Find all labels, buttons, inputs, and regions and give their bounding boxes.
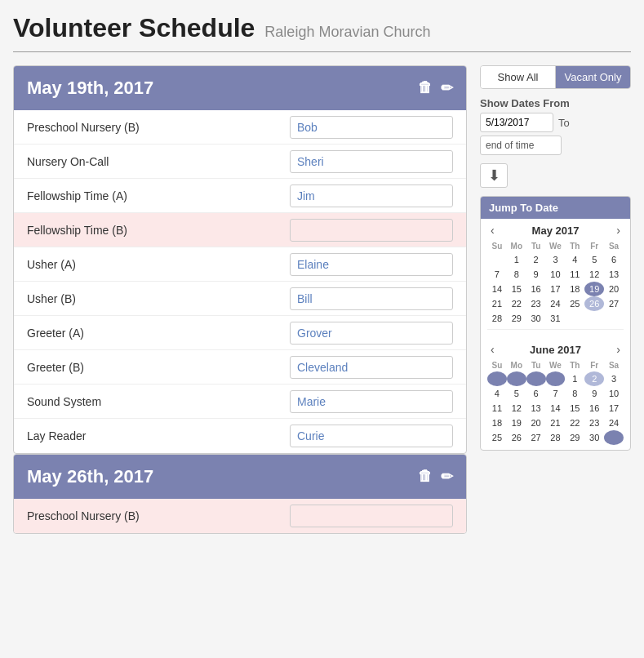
cal-day-0-24[interactable]: 24 bbox=[546, 296, 566, 311]
cal-day-0-25[interactable]: 25 bbox=[565, 296, 584, 311]
cal-day-0-14[interactable]: 14 bbox=[487, 282, 507, 296]
cal-day-1-26[interactable]: 26 bbox=[507, 430, 526, 445]
cal-day-1-3[interactable]: 3 bbox=[604, 371, 624, 386]
row-input-0-9[interactable] bbox=[290, 425, 453, 447]
cal-day-1-7[interactable]: 7 bbox=[546, 386, 566, 401]
cal-day-0-18[interactable]: 18 bbox=[565, 282, 584, 296]
cal-day-0-5[interactable]: 5 bbox=[584, 252, 604, 267]
cal-day-header: Th bbox=[565, 359, 584, 371]
cal-day-1-14[interactable]: 14 bbox=[546, 401, 566, 416]
cal-day-1-11[interactable]: 11 bbox=[487, 401, 507, 416]
cal-day-1-10[interactable]: 10 bbox=[604, 386, 624, 401]
cal-day-0-22[interactable]: 22 bbox=[507, 296, 526, 311]
row-label-0-6: Greeter (A) bbox=[27, 327, 290, 340]
delete-icon-1[interactable]: 🗑 bbox=[418, 468, 433, 486]
row-label-0-0: Preschool Nursery (B) bbox=[27, 121, 290, 134]
delete-icon-0[interactable]: 🗑 bbox=[418, 79, 433, 97]
cal-day-0-6[interactable]: 6 bbox=[604, 252, 624, 267]
row-input-0-2[interactable] bbox=[290, 185, 453, 207]
cal-day-0-9[interactable]: 9 bbox=[526, 267, 546, 282]
cal-day-0-11[interactable]: 11 bbox=[565, 267, 584, 282]
row-input-0-3[interactable] bbox=[290, 219, 453, 242]
cal-day-1-19[interactable]: 19 bbox=[507, 416, 526, 430]
cal-day-0-4[interactable]: 4 bbox=[565, 252, 584, 267]
cal-prev-0[interactable]: ‹ bbox=[487, 224, 498, 237]
cal-day-0-3[interactable]: 3 bbox=[546, 252, 566, 267]
cal-day-0-12[interactable]: 12 bbox=[584, 267, 604, 282]
cal-day-0-23[interactable]: 23 bbox=[526, 296, 546, 311]
cal-day-1-24[interactable]: 24 bbox=[604, 416, 624, 430]
row-input-1-0[interactable] bbox=[290, 505, 453, 527]
cal-day-1-23[interactable]: 23 bbox=[584, 416, 604, 430]
edit-icon-0[interactable]: ✏ bbox=[441, 79, 453, 97]
cal-day-0-30[interactable]: 30 bbox=[526, 311, 546, 326]
schedule-row-0-4: Usher (A) bbox=[14, 247, 466, 282]
cal-day-0-21[interactable]: 21 bbox=[487, 296, 507, 311]
cal-day-0-7[interactable]: 7 bbox=[487, 267, 507, 282]
cal-day-1-6[interactable]: 6 bbox=[526, 386, 546, 401]
row-input-0-5[interactable] bbox=[290, 287, 453, 310]
date-end-input[interactable] bbox=[480, 136, 562, 155]
cal-day-1-30[interactable]: 30 bbox=[584, 430, 604, 445]
cal-day-0-29[interactable]: 29 bbox=[507, 311, 526, 326]
row-input-0-7[interactable] bbox=[290, 356, 453, 379]
cal-day-1-13[interactable]: 13 bbox=[526, 401, 546, 416]
cal-day-header: Tu bbox=[526, 240, 546, 252]
cal-day-1-21[interactable]: 21 bbox=[546, 416, 566, 430]
cal-day-0-19[interactable]: 19 bbox=[584, 282, 604, 296]
cal-day-1-1[interactable]: 1 bbox=[565, 371, 584, 386]
row-input-0-1[interactable] bbox=[290, 150, 453, 173]
cal-day-0-8[interactable]: 8 bbox=[507, 267, 526, 282]
vacant-only-button[interactable]: Vacant Only bbox=[556, 66, 630, 88]
schedule-row-0-6: Greeter (A) bbox=[14, 316, 466, 350]
show-all-button[interactable]: Show All bbox=[481, 66, 556, 88]
cal-day-1-12[interactable]: 12 bbox=[507, 401, 526, 416]
row-input-0-6[interactable] bbox=[290, 322, 453, 345]
cal-day-1-28[interactable]: 28 bbox=[546, 430, 566, 445]
cal-day-1-20[interactable]: 20 bbox=[526, 416, 546, 430]
edit-icon-1[interactable]: ✏ bbox=[441, 468, 453, 486]
cal-day-1-4[interactable]: 4 bbox=[487, 386, 507, 401]
cal-day-0-31[interactable]: 31 bbox=[546, 311, 566, 326]
cal-day-0-13[interactable]: 13 bbox=[604, 267, 624, 282]
cal-day-0-2[interactable]: 2 bbox=[526, 252, 546, 267]
calendar-month-1: ‹ June 2017 › SuMoTuWeThFrSa123456789101… bbox=[481, 338, 630, 450]
cal-day-0-17[interactable]: 17 bbox=[546, 282, 566, 296]
schedule-card-0: May 19th, 2017 🗑 ✏ Preschool Nursery (B)… bbox=[13, 65, 467, 454]
cal-day-1-18[interactable]: 18 bbox=[487, 416, 507, 430]
cal-day-1-5[interactable]: 5 bbox=[507, 386, 526, 401]
cal-day-0-10[interactable]: 10 bbox=[546, 267, 566, 282]
cal-day-0-27[interactable]: 27 bbox=[604, 296, 624, 311]
cal-day-1-17[interactable]: 17 bbox=[604, 401, 624, 416]
cal-day-0-28[interactable]: 28 bbox=[487, 311, 507, 326]
cal-day-1-16[interactable]: 16 bbox=[584, 401, 604, 416]
cal-day-1-29[interactable]: 29 bbox=[565, 430, 584, 445]
cal-day-1-8[interactable]: 8 bbox=[565, 386, 584, 401]
cal-day-0-15[interactable]: 15 bbox=[507, 282, 526, 296]
cal-next-0[interactable]: › bbox=[613, 224, 624, 237]
cal-day-1-2[interactable]: 2 bbox=[584, 371, 604, 386]
date-from-input[interactable] bbox=[480, 113, 553, 132]
cal-day-1-22[interactable]: 22 bbox=[565, 416, 584, 430]
card-date-0: May 19th, 2017 bbox=[27, 78, 153, 99]
cal-day-1-25[interactable]: 25 bbox=[487, 430, 507, 445]
cal-day-1-15[interactable]: 15 bbox=[565, 401, 584, 416]
row-input-0-0[interactable] bbox=[290, 116, 453, 139]
download-button[interactable]: ⬇ bbox=[480, 163, 508, 188]
cal-empty bbox=[604, 311, 624, 326]
cal-day-0-1[interactable]: 1 bbox=[507, 252, 526, 267]
row-input-0-8[interactable] bbox=[290, 390, 453, 413]
cal-empty bbox=[565, 311, 584, 326]
cal-day-0-26[interactable]: 26 bbox=[584, 296, 604, 311]
row-label-0-7: Greeter (B) bbox=[27, 361, 290, 374]
cal-day-1-9[interactable]: 9 bbox=[584, 386, 604, 401]
cal-day-0-16[interactable]: 16 bbox=[526, 282, 546, 296]
cal-day-1-27[interactable]: 27 bbox=[526, 430, 546, 445]
row-label-0-9: Lay Reader bbox=[27, 429, 290, 442]
card-header-icons-1: 🗑 ✏ bbox=[418, 468, 453, 486]
cal-day-0-20[interactable]: 20 bbox=[604, 282, 624, 296]
cal-next-1[interactable]: › bbox=[613, 343, 624, 356]
row-input-0-4[interactable] bbox=[290, 253, 453, 276]
cal-prev-1[interactable]: ‹ bbox=[487, 343, 498, 356]
cal-day-header: Su bbox=[487, 359, 507, 371]
